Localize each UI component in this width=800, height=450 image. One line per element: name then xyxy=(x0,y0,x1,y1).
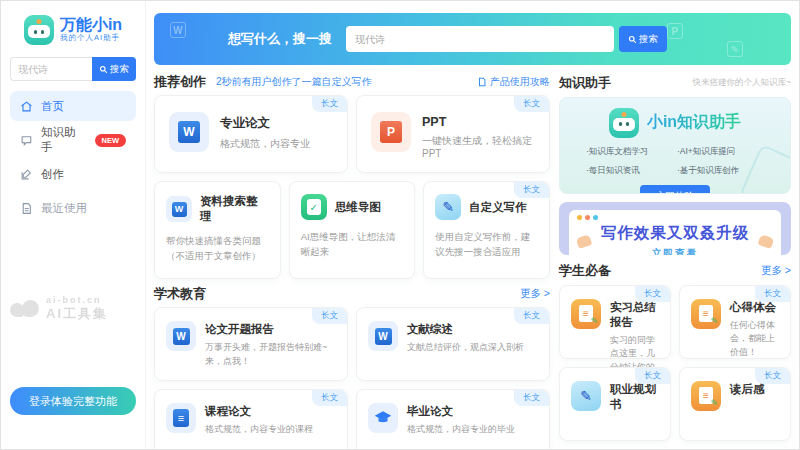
word-icon: W xyxy=(166,196,192,222)
sidebar-item-knowledge[interactable]: 知识助手 NEW xyxy=(10,125,136,155)
promo-features: ·知识库文档学习 ·AI+知识库提问 ·每日知识资讯 ·基于知识库创作 xyxy=(572,146,778,177)
try-now-button[interactable]: 立即体验 xyxy=(640,185,710,194)
report-doc-icon: ≡✎ xyxy=(691,381,721,411)
sidebar-item-label: 知识助手 xyxy=(41,125,87,155)
report-doc-icon: ≡✎ xyxy=(571,299,601,329)
watermark-url: ai-bot.cn xyxy=(46,295,108,305)
card-title: 论文开题报告 xyxy=(205,322,336,337)
login-button[interactable]: 登录体验完整功能 xyxy=(10,387,136,415)
right-column: 知识助手 快来搭建你的个人知识库~ 小in知识助手 ·知识库文档学习 ·AI+知… xyxy=(559,73,791,441)
card-desc: 一键快速生成，轻松搞定PPT xyxy=(422,134,535,159)
promo-banner-title: 写作效果又双叒升级 xyxy=(577,223,773,244)
brand-tagline: 我的个人AI助手 xyxy=(60,33,122,43)
card-title: 实习总结报告 xyxy=(610,300,659,330)
activity-ticker: 2秒前有用户创作了一篇自定义写作 xyxy=(216,75,372,89)
browser-window-graphic: 写作效果又双叒升级 立即查看 xyxy=(569,210,781,256)
sidebar-item-recent[interactable]: 最近使用 xyxy=(10,193,136,223)
sidebar-item-label: 最近使用 xyxy=(41,201,87,216)
search-icon xyxy=(628,35,637,44)
home-icon xyxy=(20,100,33,113)
card-custom-writing[interactable]: 长文 ✎ 自定义写作 使用自定义写作前，建议先搜一搜合适应用 xyxy=(423,181,550,279)
card-literature-review[interactable]: 长文 W 文献综述 文献总结评价，观点深入剖析 xyxy=(356,307,550,381)
product-guide-link[interactable]: 产品使用攻略 xyxy=(477,75,550,89)
search-banner: W P ✎ 想写什么，搜一搜 搜索 xyxy=(154,13,791,65)
section-title: 推荐创作 xyxy=(154,73,206,91)
promo-title: 小in知识助手 xyxy=(647,112,741,133)
feature-item: ·基于知识库创作 xyxy=(677,165,764,177)
longform-tag: 长文 xyxy=(755,368,790,384)
sidebar-item-create[interactable]: 创作 xyxy=(10,159,136,189)
card-desc: 使用自定义写作前，建议先搜一搜合适应用 xyxy=(435,230,538,259)
card-title: 课程论文 xyxy=(205,404,313,419)
word-ghost-icon: W xyxy=(170,22,186,38)
word-icon: W xyxy=(169,112,209,152)
longform-tag: 长文 xyxy=(635,286,670,302)
banner-prompt: 想写什么，搜一搜 xyxy=(228,30,332,48)
new-badge: NEW xyxy=(95,134,127,147)
upgrade-promo-banner[interactable]: ★ ★ ● 写作效果又双叒升级 立即查看 xyxy=(559,202,791,256)
ppt-icon: P xyxy=(371,112,411,152)
report-doc-icon: ≡✎ xyxy=(691,299,721,329)
card-title: 专业论文 xyxy=(220,115,310,132)
card-title: 毕业论文 xyxy=(407,404,515,419)
document-lines-icon: ≡ xyxy=(166,403,196,433)
marker-pen-icon: ✎ xyxy=(571,381,601,411)
word-icon: W xyxy=(368,321,398,351)
card-thesis-proposal[interactable]: 长文 W 论文开题报告 万事开头难，开题报告特别难~来，点我！ xyxy=(154,307,348,381)
sidebar: 万能小in 我的个人AI助手 搜索 首页 知识助手 NEW 创 xyxy=(1,1,146,449)
card-reflections[interactable]: 长文 ≡✎ 心得体会 任何心得体会，都能上价值！ xyxy=(679,285,791,359)
section-title: 知识助手 xyxy=(559,74,611,92)
card-internship-report[interactable]: 长文 ≡✎ 实习总结报告 实习的同学点这里，几分钟让你的实习总结报告内容满满 xyxy=(559,285,671,359)
students-header: 学生必备 更多 > xyxy=(559,261,791,281)
longform-tag: 长文 xyxy=(514,390,549,406)
sidebar-item-home[interactable]: 首页 xyxy=(10,91,136,121)
longform-tag: 长文 xyxy=(514,96,549,112)
card-title: 思维导图 xyxy=(335,200,381,215)
card-graduation-thesis[interactable]: 长文 毕业论文 格式规范，内容专业的毕业 xyxy=(356,389,550,449)
longform-tag: 长文 xyxy=(514,308,549,324)
recent-doc-icon xyxy=(20,202,33,215)
card-course-paper[interactable]: 长文 ≡ 课程论文 格式规范，内容专业的课程 xyxy=(154,389,348,449)
feature-item: ·知识库文档学习 xyxy=(586,146,673,158)
sidebar-item-label: 创作 xyxy=(41,167,64,182)
section-title: 学术教育 xyxy=(154,285,206,303)
knowledge-subtitle: 快来搭建你的个人知识库~ xyxy=(693,77,791,89)
card-title: 心得体会 xyxy=(730,300,779,315)
feature-item: ·AI+知识库提问 xyxy=(677,146,764,158)
ppt-ghost-icon: P xyxy=(667,23,683,39)
brand-name: 万能小in xyxy=(60,17,122,34)
sidebar-nav: 首页 知识助手 NEW 创作 最近使用 xyxy=(10,91,136,223)
edit-icon xyxy=(20,168,33,181)
aibot-logo-icon xyxy=(10,299,40,319)
card-professional-paper[interactable]: 长文 W 专业论文 格式规范，内容专业 xyxy=(154,95,348,173)
card-title: 职业规划书 xyxy=(610,382,659,412)
watermark: ai-bot.cn AI工具集 xyxy=(10,295,136,323)
card-career-plan[interactable]: 长文 ✎ 职业规划书 xyxy=(559,367,671,441)
content: 推荐创作 2秒前有用户创作了一篇自定义写作 产品使用攻略 长文 W 专业论文 xyxy=(146,65,799,449)
academic-header: 学术教育 更多 > xyxy=(154,285,550,303)
card-title: 资料搜索整理 xyxy=(200,194,269,224)
card-research-organize[interactable]: W 资料搜索整理 帮你快速搞懂各类问题（不适用于文章创作） xyxy=(154,181,281,279)
sidebar-item-label: 首页 xyxy=(41,99,64,114)
card-desc: 任何心得体会，都能上价值！ xyxy=(730,319,779,360)
app-window: 万能小in 我的个人AI助手 搜索 首页 知识助手 NEW 创 xyxy=(0,0,800,450)
card-mindmap[interactable]: ✓ 思维导图 AI思维导图，让想法清晰起来 xyxy=(289,181,416,279)
left-column: 推荐创作 2秒前有用户创作了一篇自定义写作 产品使用攻略 长文 W 专业论文 xyxy=(154,73,550,441)
banner-search-input[interactable] xyxy=(346,26,614,52)
card-desc: 格式规范，内容专业 xyxy=(220,137,310,151)
brand-logo[interactable]: 万能小in 我的个人AI助手 xyxy=(10,15,136,45)
sidebar-search-button[interactable]: 搜索 xyxy=(92,57,136,81)
academic-more-link[interactable]: 更多 > xyxy=(520,287,550,301)
longform-tag: 长文 xyxy=(514,182,549,198)
sidebar-search-input[interactable] xyxy=(10,57,92,81)
card-desc: AI思维导图，让想法清晰起来 xyxy=(301,230,404,259)
card-book-review[interactable]: 长文 ≡✎ 读后感 xyxy=(679,367,791,441)
longform-tag: 长文 xyxy=(312,308,347,324)
guide-doc-icon xyxy=(477,77,487,87)
students-more-link[interactable]: 更多 > xyxy=(761,264,791,278)
banner-search-button[interactable]: 搜索 xyxy=(619,26,667,52)
recommended-large-cards: 长文 W 专业论文 格式规范，内容专业 长文 P PPT 一键快速生成，轻松搞定… xyxy=(154,95,550,173)
card-ppt[interactable]: 长文 P PPT 一键快速生成，轻松搞定PPT xyxy=(356,95,550,173)
knowledge-promo-card[interactable]: 小in知识助手 ·知识库文档学习 ·AI+知识库提问 ·每日知识资讯 ·基于知识… xyxy=(559,97,791,194)
main-area: W P ✎ 想写什么，搜一搜 搜索 推荐创作 2秒前有用户创作了一篇自定义写作 … xyxy=(146,1,799,449)
